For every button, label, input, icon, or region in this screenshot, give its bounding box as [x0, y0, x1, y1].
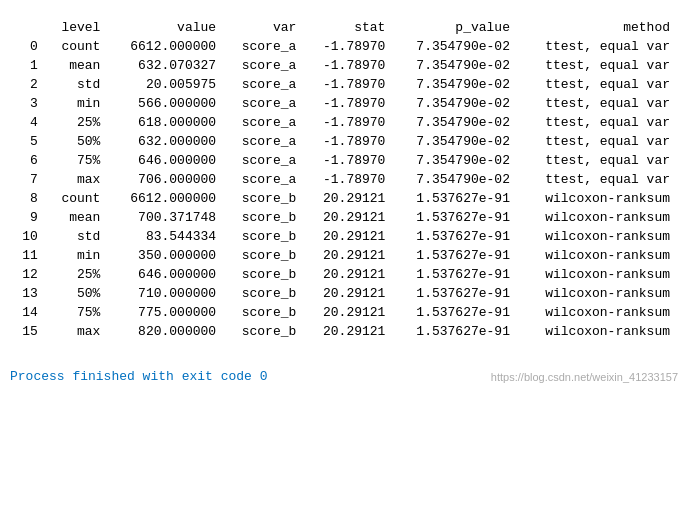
table-row: 675%646.000000score_a-1.789707.354790e-0…	[10, 151, 678, 170]
table-header-row: level value var stat p_value method	[10, 18, 678, 37]
table-row: 10std83.544334score_b20.291211.537627e-9…	[10, 227, 678, 246]
data-table: level value var stat p_value method 0cou…	[10, 18, 678, 341]
table-row: 1350%710.000000score_b20.291211.537627e-…	[10, 284, 678, 303]
table-row: 1mean632.070327score_a-1.789707.354790e-…	[10, 56, 678, 75]
table-row: 11min350.000000score_b20.291211.537627e-…	[10, 246, 678, 265]
col-index	[10, 18, 46, 37]
col-value: value	[108, 18, 224, 37]
table-row: 9mean700.371748score_b20.291211.537627e-…	[10, 208, 678, 227]
col-stat: stat	[304, 18, 393, 37]
col-level: level	[46, 18, 109, 37]
col-pvalue: p_value	[393, 18, 518, 37]
col-var: var	[224, 18, 304, 37]
table-row: 15max820.000000score_b20.291211.537627e-…	[10, 322, 678, 341]
table-row: 1225%646.000000score_b20.291211.537627e-…	[10, 265, 678, 284]
process-finished-text: Process finished with exit code 0	[10, 369, 267, 384]
table-row: 0count6612.000000score_a-1.789707.354790…	[10, 37, 678, 56]
table-container: level value var stat p_value method 0cou…	[0, 10, 688, 349]
table-row: 1475%775.000000score_b20.291211.537627e-…	[10, 303, 678, 322]
table-row: 3min566.000000score_a-1.789707.354790e-0…	[10, 94, 678, 113]
table-row: 8count6612.000000score_b20.291211.537627…	[10, 189, 678, 208]
table-row: 7max706.000000score_a-1.789707.354790e-0…	[10, 170, 678, 189]
table-row: 2std20.005975score_a-1.789707.354790e-02…	[10, 75, 678, 94]
table-row: 550%632.000000score_a-1.789707.354790e-0…	[10, 132, 678, 151]
table-row: 425%618.000000score_a-1.789707.354790e-0…	[10, 113, 678, 132]
col-method: method	[518, 18, 678, 37]
watermark-text: https://blog.csdn.net/weixin_41233157	[491, 371, 678, 383]
footer: https://blog.csdn.net/weixin_41233157 Pr…	[0, 365, 688, 388]
